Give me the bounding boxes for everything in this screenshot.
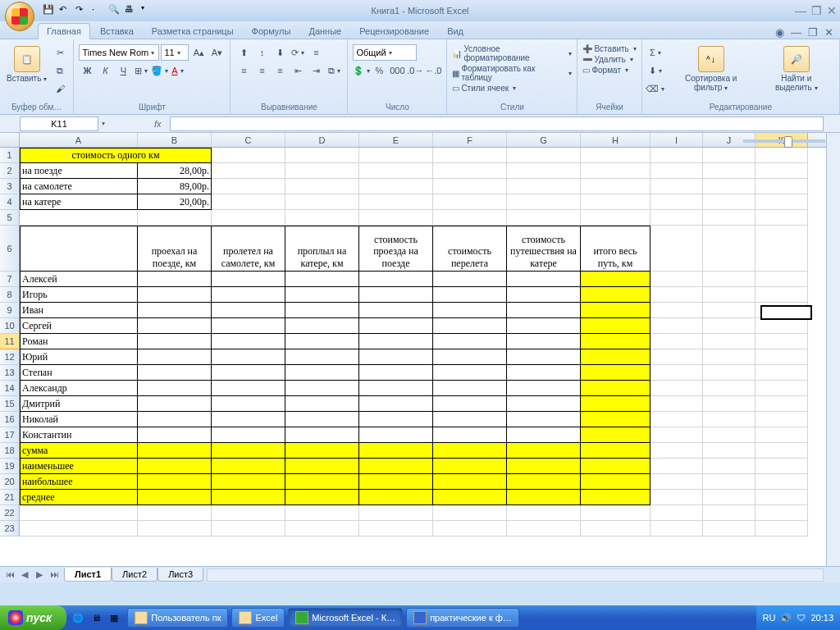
cell[interactable]: [507, 194, 581, 210]
cell[interactable]: [138, 490, 212, 505]
delete-cells-button[interactable]: ➖ Удалить: [582, 55, 636, 64]
cell[interactable]: [138, 443, 212, 459]
cell[interactable]: [212, 474, 285, 490]
cell[interactable]: [359, 381, 433, 396]
fx-icon[interactable]: fx: [154, 119, 162, 129]
cell[interactable]: [756, 148, 808, 163]
indent-inc-icon[interactable]: ⇥: [308, 62, 324, 79]
cell[interactable]: [581, 349, 651, 365]
clock[interactable]: 20:13: [810, 613, 833, 623]
cell[interactable]: [433, 148, 507, 163]
cell[interactable]: [756, 303, 808, 318]
underline-button[interactable]: Ч: [115, 62, 131, 79]
cell[interactable]: [581, 148, 651, 163]
cell[interactable]: [285, 194, 359, 210]
tab-home[interactable]: Главная: [38, 23, 90, 39]
cell[interactable]: [433, 287, 507, 303]
cell[interactable]: [703, 443, 756, 459]
cell[interactable]: [138, 474, 212, 490]
cell[interactable]: [138, 365, 212, 381]
cell[interactable]: [703, 505, 756, 521]
cell[interactable]: [756, 272, 808, 287]
cell[interactable]: [581, 272, 651, 287]
comma-icon[interactable]: 000: [389, 62, 405, 79]
cell[interactable]: [433, 412, 507, 427]
cut-icon[interactable]: ✂: [52, 44, 68, 61]
cell[interactable]: итого весь путь, км: [581, 226, 651, 272]
cell[interactable]: [507, 179, 581, 194]
cell[interactable]: [212, 381, 285, 396]
tab-formulas[interactable]: Формулы: [244, 24, 299, 39]
cell[interactable]: Дмитрий: [20, 396, 138, 412]
cell[interactable]: [581, 443, 651, 459]
fill-color-button[interactable]: 🪣: [151, 62, 167, 79]
cell[interactable]: [507, 303, 581, 318]
cell[interactable]: [756, 226, 808, 272]
cell[interactable]: [212, 318, 285, 334]
row-header[interactable]: 10: [0, 318, 20, 334]
cell[interactable]: [138, 396, 212, 412]
cell[interactable]: [581, 179, 651, 194]
cell[interactable]: [285, 303, 359, 318]
cell[interactable]: [212, 412, 285, 427]
cell[interactable]: [212, 303, 285, 318]
cell[interactable]: [703, 287, 756, 303]
cell[interactable]: [359, 521, 433, 536]
undo-icon[interactable]: ↶: [59, 4, 72, 17]
cell[interactable]: Константин: [20, 427, 138, 443]
cell[interactable]: Алексей: [20, 272, 138, 287]
cell[interactable]: [20, 210, 138, 226]
cell[interactable]: [651, 318, 703, 334]
cell[interactable]: [359, 505, 433, 521]
cell[interactable]: [20, 521, 138, 536]
align-left-icon[interactable]: ≡: [235, 62, 252, 79]
cell[interactable]: [138, 272, 212, 287]
cell[interactable]: [285, 272, 359, 287]
cell[interactable]: [285, 412, 359, 427]
cell[interactable]: [507, 272, 581, 287]
cell[interactable]: [359, 210, 433, 226]
cell[interactable]: проехал на поезде, км: [138, 226, 212, 272]
redo-icon[interactable]: ↷: [75, 4, 89, 17]
cell[interactable]: [581, 521, 651, 536]
cell[interactable]: [651, 334, 703, 349]
cell[interactable]: [581, 365, 651, 381]
cell[interactable]: [756, 365, 808, 381]
bold-button[interactable]: Ж: [79, 62, 95, 79]
cell[interactable]: стоимость одного км: [20, 148, 212, 163]
cell[interactable]: [212, 194, 285, 210]
col-header[interactable]: I: [651, 133, 703, 147]
row-header[interactable]: 2: [0, 163, 20, 179]
cell[interactable]: [285, 334, 359, 349]
vertical-scrollbar[interactable]: [826, 133, 840, 566]
currency-icon[interactable]: 💲: [353, 62, 369, 79]
wrap-text-icon[interactable]: ≡: [308, 44, 324, 61]
sheet-tab[interactable]: Лист2: [112, 568, 158, 582]
cell[interactable]: [212, 287, 285, 303]
doc-minimize-icon[interactable]: —: [791, 26, 801, 39]
cell[interactable]: среднее: [20, 490, 138, 505]
ql-app-icon[interactable]: ▦: [106, 609, 122, 626]
cell[interactable]: [651, 148, 703, 163]
cell[interactable]: [651, 396, 703, 412]
cell[interactable]: [581, 334, 651, 349]
cell[interactable]: [651, 490, 703, 505]
cell[interactable]: [285, 148, 359, 163]
tab-data[interactable]: Данные: [300, 24, 349, 39]
cell[interactable]: [651, 303, 703, 318]
cell[interactable]: [359, 303, 433, 318]
cell[interactable]: 28,00р.: [138, 163, 212, 179]
sheet-nav-prev-icon[interactable]: ◀: [18, 569, 31, 580]
indent-dec-icon[interactable]: ⇤: [290, 62, 306, 79]
align-bottom-icon[interactable]: ⬇: [272, 44, 288, 61]
cell[interactable]: [651, 459, 703, 474]
cell[interactable]: [138, 427, 212, 443]
cell[interactable]: [651, 272, 703, 287]
cell[interactable]: 89,00р.: [138, 179, 212, 194]
cell[interactable]: [507, 163, 581, 179]
cell[interactable]: [651, 226, 703, 272]
cell[interactable]: на поезде: [20, 163, 138, 179]
zoom-slider[interactable]: [743, 139, 825, 143]
number-format-combo[interactable]: Общий: [353, 44, 417, 61]
cell[interactable]: [212, 349, 285, 365]
